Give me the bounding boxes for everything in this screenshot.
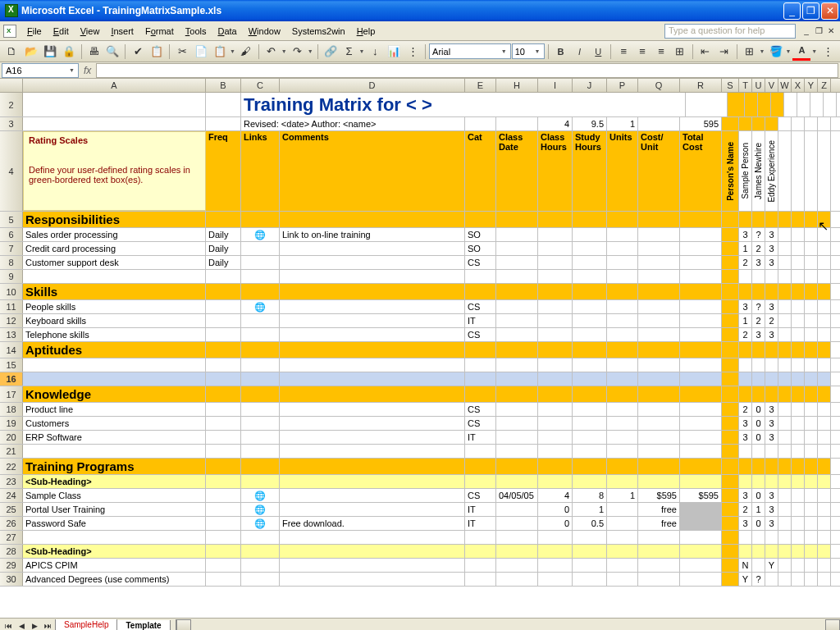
cell-X5[interactable] <box>792 212 805 227</box>
cell-Q15[interactable] <box>638 358 680 372</box>
cell-U22[interactable] <box>752 459 765 474</box>
row-header-24[interactable]: 24 <box>0 489 23 502</box>
col-P[interactable]: P <box>607 79 638 92</box>
select-all-corner[interactable] <box>0 79 23 92</box>
cell-I26[interactable]: 0 <box>538 517 573 530</box>
cell-T23[interactable] <box>739 475 752 488</box>
cell-W28[interactable] <box>778 545 792 558</box>
cell-P25[interactable] <box>607 503 638 516</box>
menu-file[interactable]: FFileile <box>21 25 48 38</box>
cell-Z21[interactable] <box>818 445 831 458</box>
cell-A19[interactable]: Customers <box>23 417 206 430</box>
cell-C18[interactable] <box>241 403 280 416</box>
cell-J15[interactable] <box>573 358 607 372</box>
cell-U30[interactable]: ? <box>752 573 765 586</box>
cell-S9[interactable] <box>722 270 739 283</box>
cell-T19[interactable]: 3 <box>739 417 752 430</box>
cell-I15[interactable] <box>538 358 573 372</box>
cell-P8[interactable] <box>607 256 638 269</box>
cell-R11[interactable] <box>680 300 722 313</box>
tab-next[interactable]: ▶ <box>28 619 41 631</box>
cell-S18[interactable] <box>722 403 739 416</box>
cell[interactable] <box>206 93 241 116</box>
cell-E5[interactable] <box>465 212 496 227</box>
indent-dec-button[interactable]: ⇤ <box>696 43 714 61</box>
cell-X15[interactable] <box>792 358 805 372</box>
cell-I23[interactable] <box>538 475 573 488</box>
cell-Z11[interactable] <box>818 300 831 313</box>
font-combo[interactable]: Arial▼ <box>429 43 511 59</box>
cell-S13[interactable] <box>722 328 739 341</box>
cell-I6[interactable] <box>538 228 573 241</box>
cell-Z28[interactable] <box>818 545 831 558</box>
bold-button[interactable]: B <box>552 43 570 61</box>
cell-Z16[interactable] <box>818 372 831 386</box>
cell-W30[interactable] <box>778 573 792 586</box>
cell-U25[interactable]: 1 <box>752 503 765 516</box>
cell-R20[interactable] <box>680 431 722 444</box>
cell-B23[interactable] <box>206 475 241 488</box>
revised-cell[interactable]: Revised: <date> Author: <name> <box>241 117 465 130</box>
cell-J30[interactable] <box>573 573 607 586</box>
cell-Q29[interactable] <box>638 559 680 572</box>
cell[interactable] <box>784 93 797 116</box>
cell-S21[interactable] <box>722 445 739 458</box>
cell-H19[interactable] <box>496 417 538 430</box>
menu-format[interactable]: Format <box>139 25 180 38</box>
cell-Z22[interactable] <box>818 459 831 474</box>
cell-Y6[interactable] <box>805 228 818 241</box>
cell-U12[interactable]: 2 <box>752 314 765 327</box>
cell-E8[interactable]: CS <box>465 256 496 269</box>
cell-Y24[interactable] <box>805 489 818 502</box>
cell-C12[interactable] <box>241 314 280 327</box>
cell[interactable] <box>23 93 206 116</box>
cell-T11[interactable]: 3 <box>739 300 752 313</box>
cell-R28[interactable] <box>680 545 722 558</box>
cell-E29[interactable] <box>465 559 496 572</box>
cell-D11[interactable] <box>280 300 465 313</box>
cell-Y9[interactable] <box>805 270 818 283</box>
cell-R10[interactable] <box>680 284 722 299</box>
link-icon[interactable]: 🌐 <box>254 302 266 313</box>
cell-S28[interactable] <box>722 545 739 558</box>
cell-T20[interactable]: 3 <box>739 431 752 444</box>
toolbar-options[interactable]: ⋮ <box>819 43 837 61</box>
row-header-9[interactable]: 9 <box>0 270 23 283</box>
cell-J29[interactable] <box>573 559 607 572</box>
cell-B15[interactable] <box>206 358 241 372</box>
cell-Z23[interactable] <box>818 475 831 488</box>
cell-P12[interactable] <box>607 314 638 327</box>
cell-J27[interactable] <box>573 531 607 544</box>
cell-X18[interactable] <box>792 403 805 416</box>
help-search-input[interactable]: Type a question for help <box>664 24 796 39</box>
cell-X29[interactable] <box>792 559 805 572</box>
cell-D28[interactable] <box>280 545 465 558</box>
cell-B11[interactable] <box>206 300 241 313</box>
cell-S10[interactable] <box>722 284 739 299</box>
cell-R5[interactable] <box>680 212 722 227</box>
cell-V24[interactable]: 3 <box>765 489 778 502</box>
cell-B12[interactable] <box>206 314 241 327</box>
cell-P27[interactable] <box>607 531 638 544</box>
cell-E24[interactable]: CS <box>465 489 496 502</box>
row-header-28[interactable]: 28 <box>0 545 23 558</box>
cell-B20[interactable] <box>206 431 241 444</box>
cell-U11[interactable]: ? <box>752 300 765 313</box>
cell-A27[interactable] <box>23 531 206 544</box>
cell-V11[interactable]: 3 <box>765 300 778 313</box>
sheet-title[interactable]: Training Matrix for < > <box>241 93 686 116</box>
cell-S29[interactable] <box>722 559 739 572</box>
cell-R9[interactable] <box>680 270 722 283</box>
hdr-units[interactable]: Units <box>607 131 638 211</box>
cell-J11[interactable] <box>573 300 607 313</box>
cell-R29[interactable] <box>680 559 722 572</box>
redo-button[interactable]: ↷ <box>289 43 307 61</box>
cell-D18[interactable] <box>280 403 465 416</box>
autosum-dropdown[interactable]: ▼ <box>358 48 365 54</box>
cell-Q23[interactable] <box>638 475 680 488</box>
cell-Z25[interactable] <box>818 503 831 516</box>
row-header-7[interactable]: 7 <box>0 242 23 255</box>
cell-H15[interactable] <box>496 358 538 372</box>
align-right-button[interactable]: ≡ <box>652 43 670 61</box>
cell-A25[interactable]: Portal User Training <box>23 503 206 516</box>
